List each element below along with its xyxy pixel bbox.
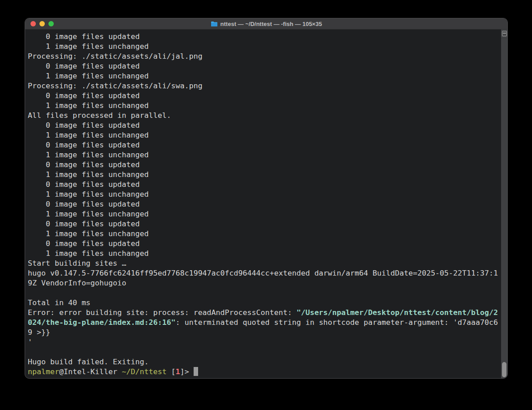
terminal-line: All files processed in parallel.: [28, 111, 501, 121]
terminal-line: 9Z VendorInfo=gohugoio: [28, 278, 501, 288]
terminal-line: 1 image files unchanged: [28, 249, 501, 259]
terminal-line: Error: error building site: process: rea…: [28, 308, 501, 318]
terminal-line: 0 image files updated: [28, 91, 501, 101]
terminal-line: [28, 288, 501, 298]
terminal-line: 1 image files unchanged: [28, 150, 501, 160]
terminal-line: 9 >}}: [28, 328, 501, 337]
terminal-output[interactable]: 0 image files updated 1 image files unch…: [25, 30, 501, 378]
terminal-line: 0 image files updated: [28, 160, 501, 170]
scrollbar[interactable]: [501, 30, 507, 378]
terminal-line: 0 image files updated: [28, 239, 501, 249]
terminal-window: nttest — ~/D/nttest — -fish — 105×35 0 i…: [25, 18, 508, 379]
terminal-line: 0 image files updated: [28, 140, 501, 150]
scrollbar-thumb[interactable]: [502, 362, 506, 377]
terminal-line: Total in 40 ms: [28, 298, 501, 308]
terminal-line: 1 image files unchanged: [28, 71, 501, 81]
split-pane-button[interactable]: [501, 30, 507, 38]
terminal-line: 1 image files unchanged: [28, 170, 501, 180]
terminal-line: hugo v0.147.5-7766fc62416ff95ed7768c1994…: [28, 268, 501, 278]
terminal-line: npalmer@Intel-Killer ~/D/nttest [1]>: [28, 367, 501, 377]
terminal-line: ': [28, 337, 501, 347]
title-bar[interactable]: nttest — ~/D/nttest — -fish — 105×35: [25, 18, 507, 30]
terminal-line: 1 image files unchanged: [28, 209, 501, 219]
minimize-button[interactable]: [39, 21, 45, 26]
terminal-line: 0 image files updated: [28, 121, 501, 130]
terminal-line: 0 image files updated: [28, 180, 501, 190]
terminal-line: 024/the-big-plane/index.md:26:16": unter…: [28, 318, 501, 328]
terminal-line: 0 image files updated: [28, 61, 501, 71]
terminal-line: 1 image files unchanged: [28, 42, 501, 52]
terminal-line: 0 image files updated: [28, 199, 501, 209]
terminal-line: 0 image files updated: [28, 32, 501, 42]
terminal-line: Hugo build failed. Exiting.: [28, 357, 501, 367]
folder-icon: [211, 21, 218, 27]
terminal-line: Start building sites …: [28, 259, 501, 268]
block-cursor: [194, 367, 198, 376]
terminal-line: 0 image files updated: [28, 219, 501, 229]
terminal-line: [28, 347, 501, 357]
terminal-line: Processing: ./static/assets/ali/swa.png: [28, 81, 501, 91]
split-pane-icon: [502, 31, 507, 36]
terminal-line: 1 image files unchanged: [28, 130, 501, 140]
close-button[interactable]: [30, 21, 36, 26]
terminal-line: 1 image files unchanged: [28, 101, 501, 111]
window-controls: [30, 21, 54, 26]
terminal-line: 1 image files unchanged: [28, 190, 501, 199]
zoom-button[interactable]: [48, 21, 54, 26]
window-title: nttest — ~/D/nttest — -fish — 105×35: [221, 21, 322, 27]
terminal-line: Processing: ./static/assets/ali/jal.png: [28, 52, 501, 61]
terminal-line: 1 image files unchanged: [28, 229, 501, 239]
